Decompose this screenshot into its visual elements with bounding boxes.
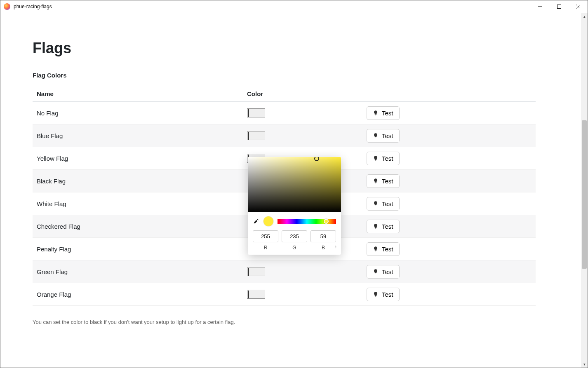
table-row: Blue FlagTest — [33, 124, 536, 147]
flag-actions: Test — [362, 260, 536, 283]
flag-color-cell — [243, 283, 362, 306]
close-button[interactable] — [569, 0, 588, 13]
test-button-label: Test — [382, 155, 393, 162]
app-window: phue-racing-flags Flags Flag Colors Name… — [0, 0, 588, 368]
test-button[interactable]: Test — [367, 242, 400, 256]
test-button[interactable]: Test — [367, 129, 400, 143]
flag-actions: Test — [362, 147, 536, 170]
test-button[interactable]: Test — [367, 265, 400, 279]
titlebar: phue-racing-flags — [0, 0, 588, 13]
scroll-up-icon[interactable]: ▴ — [581, 13, 588, 20]
table-header-row: Name Color — [33, 86, 536, 102]
scroll-thumb[interactable] — [582, 120, 587, 269]
bulb-icon — [373, 269, 379, 274]
test-button-label: Test — [382, 291, 393, 298]
color-swatch[interactable] — [247, 290, 265, 299]
hint-text: You can set the color to black if you do… — [33, 319, 581, 325]
col-name: Name — [33, 86, 243, 102]
flag-name: No Flag — [33, 102, 243, 124]
flag-name: Black Flag — [33, 170, 243, 192]
table-row: Orange FlagTest — [33, 283, 536, 306]
rgb-b-label: B — [310, 245, 336, 251]
test-button-label: Test — [382, 110, 393, 117]
flag-color-cell — [243, 124, 362, 147]
color-swatch-inner — [248, 268, 249, 276]
test-button[interactable]: Test — [367, 174, 400, 188]
svg-rect-0 — [557, 5, 561, 9]
bulb-icon — [373, 133, 379, 138]
maximize-button[interactable] — [550, 0, 569, 13]
bulb-icon — [373, 201, 379, 206]
color-swatch-inner — [248, 291, 249, 298]
page-title: Flags — [33, 40, 581, 57]
rgb-r-input[interactable] — [253, 230, 278, 242]
flag-name: Blue Flag — [33, 124, 243, 147]
rgb-r-label: R — [253, 245, 278, 251]
color-picker[interactable]: R G B ↕ — [248, 157, 341, 255]
rgb-b-input[interactable] — [310, 230, 336, 242]
flag-actions: Test — [362, 283, 536, 306]
close-icon — [576, 5, 580, 9]
flag-actions: Test — [362, 124, 536, 147]
flag-name: Yellow Flag — [33, 147, 243, 170]
test-button[interactable]: Test — [367, 220, 400, 233]
section-label: Flag Colors — [33, 72, 581, 79]
maximize-icon — [557, 5, 561, 9]
flag-actions: Test — [362, 215, 536, 238]
color-swatch[interactable] — [247, 267, 265, 276]
flag-actions: Test — [362, 192, 536, 215]
bulb-icon — [373, 246, 379, 252]
hue-handle[interactable] — [324, 219, 329, 224]
window-title: phue-racing-flags — [14, 4, 52, 9]
color-mode-toggle-icon[interactable]: ↕ — [335, 244, 337, 249]
hue-slider[interactable] — [278, 219, 336, 224]
flag-name: Green Flag — [33, 260, 243, 283]
table-row: No FlagTest — [33, 102, 536, 124]
bulb-icon — [373, 155, 379, 161]
table-row: Green FlagTest — [33, 260, 536, 283]
window-controls — [531, 0, 588, 13]
minimize-button[interactable] — [531, 0, 550, 13]
app-icon — [4, 3, 10, 10]
flag-actions: Test — [362, 238, 536, 260]
flag-actions: Test — [362, 170, 536, 192]
client-area: Flags Flag Colors Name Color No FlagTest… — [0, 13, 588, 368]
flag-name: Orange Flag — [33, 283, 243, 306]
bulb-icon — [373, 223, 379, 229]
test-button-label: Test — [382, 268, 393, 275]
rgb-g-input[interactable] — [282, 230, 307, 242]
flag-actions: Test — [362, 102, 536, 124]
test-button[interactable]: Test — [367, 106, 400, 120]
test-button[interactable]: Test — [367, 197, 400, 211]
col-color: Color — [243, 86, 362, 102]
bulb-icon — [373, 110, 379, 116]
vertical-scrollbar[interactable]: ▴ ▾ — [581, 13, 588, 368]
col-actions — [362, 86, 536, 102]
test-button-label: Test — [382, 223, 393, 230]
flag-name: White Flag — [33, 192, 243, 215]
test-button-label: Test — [382, 132, 393, 139]
test-button-label: Test — [382, 200, 393, 207]
eyedropper-icon[interactable] — [253, 218, 259, 225]
color-swatch-inner — [248, 132, 249, 140]
minimize-icon — [538, 5, 542, 9]
color-swatch[interactable] — [247, 108, 265, 117]
color-preview — [263, 216, 273, 226]
sv-handle[interactable] — [314, 157, 319, 161]
color-swatch[interactable] — [247, 131, 265, 140]
flag-color-cell — [243, 102, 362, 124]
test-button-label: Test — [382, 178, 393, 185]
rgb-g-label: G — [282, 245, 307, 251]
scroll-down-icon[interactable]: ▾ — [581, 361, 588, 368]
test-button-label: Test — [382, 246, 393, 253]
color-swatch-inner — [248, 109, 249, 117]
test-button[interactable]: Test — [367, 152, 400, 165]
flag-color-cell — [243, 260, 362, 283]
test-button[interactable]: Test — [367, 288, 400, 301]
bulb-icon — [373, 178, 379, 184]
saturation-value-field[interactable] — [248, 157, 341, 212]
flag-name: Penalty Flag — [33, 238, 243, 260]
bulb-icon — [373, 291, 379, 297]
flag-name: Checkered Flag — [33, 215, 243, 238]
